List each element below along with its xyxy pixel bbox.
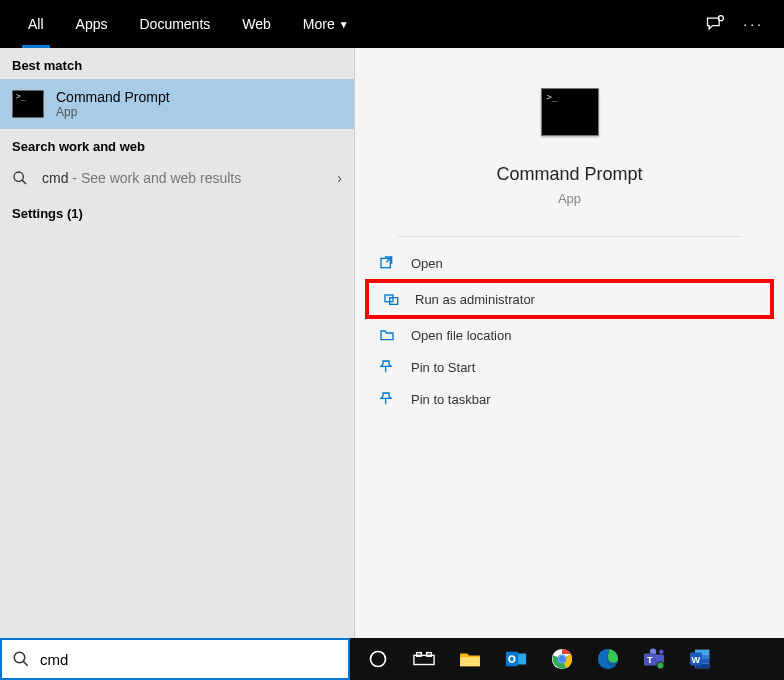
edge-button[interactable] bbox=[586, 638, 630, 680]
chrome-button[interactable] bbox=[540, 638, 584, 680]
file-explorer-button[interactable] bbox=[448, 638, 492, 680]
result-subtitle: App bbox=[56, 105, 170, 119]
tab-label: Web bbox=[242, 16, 271, 32]
task-view-button[interactable] bbox=[402, 638, 446, 680]
action-open[interactable]: Open bbox=[365, 247, 774, 279]
svg-rect-13 bbox=[427, 653, 432, 657]
search-icon bbox=[12, 650, 30, 668]
command-prompt-icon bbox=[12, 90, 44, 118]
tab-label: More bbox=[303, 16, 335, 32]
search-web-text: cmd - See work and web results bbox=[42, 170, 325, 186]
tab-label: All bbox=[28, 16, 44, 32]
search-icon bbox=[12, 170, 30, 186]
best-match-result[interactable]: Command Prompt App bbox=[0, 79, 354, 129]
action-label: Pin to Start bbox=[411, 360, 475, 375]
tab-label: Apps bbox=[76, 16, 108, 32]
chevron-right-icon: › bbox=[337, 170, 342, 186]
action-pin-to-start[interactable]: Pin to Start bbox=[365, 351, 774, 383]
action-pin-to-taskbar[interactable]: Pin to taskbar bbox=[365, 383, 774, 415]
tab-all[interactable]: All bbox=[12, 0, 60, 48]
svg-point-1 bbox=[14, 172, 23, 181]
svg-point-8 bbox=[14, 652, 25, 663]
folder-icon bbox=[379, 327, 397, 343]
svg-point-29 bbox=[657, 662, 664, 669]
shield-admin-icon bbox=[383, 291, 401, 307]
svg-point-25 bbox=[659, 649, 664, 654]
preview-title: Command Prompt bbox=[496, 164, 642, 185]
svg-line-2 bbox=[22, 180, 26, 184]
tab-label: Documents bbox=[139, 16, 210, 32]
action-label: Open file location bbox=[411, 328, 511, 343]
action-open-file-location[interactable]: Open file location bbox=[365, 319, 774, 351]
pin-icon bbox=[379, 359, 397, 375]
search-input[interactable] bbox=[40, 651, 338, 668]
tab-documents[interactable]: Documents bbox=[123, 0, 226, 48]
action-run-as-administrator[interactable]: Run as administrator bbox=[365, 279, 774, 319]
svg-rect-16 bbox=[518, 654, 526, 665]
section-search-work-web: Search work and web bbox=[0, 129, 354, 160]
search-web-result[interactable]: cmd - See work and web results › bbox=[0, 160, 354, 196]
results-pane: Best match Command Prompt App Search wor… bbox=[0, 48, 355, 638]
tab-more[interactable]: More▼ bbox=[287, 0, 365, 48]
tab-web[interactable]: Web bbox=[226, 0, 287, 48]
svg-rect-14 bbox=[460, 657, 480, 666]
action-label: Open bbox=[411, 256, 443, 271]
search-filter-tabs: All Apps Documents Web More▼ ··· bbox=[0, 0, 784, 48]
svg-text:T: T bbox=[647, 655, 653, 665]
divider bbox=[398, 236, 741, 237]
teams-button[interactable]: T bbox=[632, 638, 676, 680]
tab-apps[interactable]: Apps bbox=[60, 0, 124, 48]
svg-point-10 bbox=[371, 652, 386, 667]
preview-pane: Command Prompt App Open Run as administr… bbox=[355, 48, 784, 638]
svg-point-18 bbox=[510, 657, 514, 662]
svg-point-22 bbox=[559, 656, 565, 662]
outlook-button[interactable] bbox=[494, 638, 538, 680]
result-title: Command Prompt bbox=[56, 89, 170, 105]
command-prompt-icon bbox=[541, 88, 599, 136]
svg-rect-12 bbox=[417, 653, 422, 657]
cortana-button[interactable] bbox=[356, 638, 400, 680]
svg-text:W: W bbox=[692, 655, 701, 665]
chevron-down-icon: ▼ bbox=[339, 19, 349, 30]
taskbar: T W bbox=[0, 638, 784, 680]
feedback-icon[interactable] bbox=[705, 14, 725, 34]
pin-icon bbox=[379, 391, 397, 407]
preview-subtitle: App bbox=[558, 191, 581, 206]
action-label: Run as administrator bbox=[415, 292, 535, 307]
taskbar-search[interactable] bbox=[0, 638, 350, 680]
more-options-icon[interactable]: ··· bbox=[743, 16, 764, 32]
action-label: Pin to taskbar bbox=[411, 392, 491, 407]
svg-line-9 bbox=[23, 661, 28, 666]
section-best-match: Best match bbox=[0, 48, 354, 79]
word-button[interactable]: W bbox=[678, 638, 722, 680]
open-icon bbox=[379, 255, 397, 271]
section-settings[interactable]: Settings (1) bbox=[0, 196, 354, 227]
